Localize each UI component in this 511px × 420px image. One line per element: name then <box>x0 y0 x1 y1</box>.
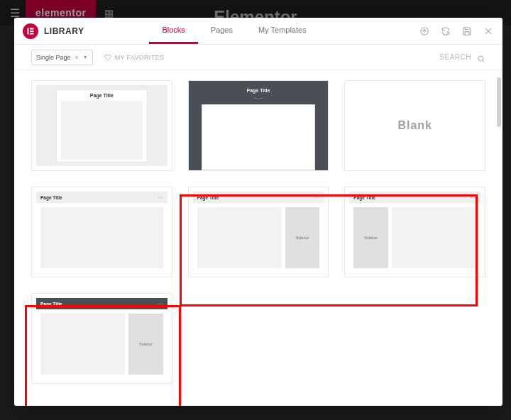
elementor-logo-icon <box>23 23 38 39</box>
template-thumb: Page Title ⋯ Sidebar <box>193 192 324 272</box>
favorites-label: MY FAVORITES <box>115 54 164 61</box>
template-thumb: Page Title ⋯ <box>36 192 167 272</box>
save-icon[interactable] <box>461 26 473 37</box>
sync-icon[interactable] <box>440 26 451 37</box>
template-card[interactable]: PRO Page Title ⋯ Sidebar <box>344 187 485 277</box>
template-card[interactable]: PRO Page Title ⋯ Sidebar <box>188 187 329 277</box>
template-card[interactable]: PRO Page Title — — <box>188 80 329 171</box>
search-icon[interactable] <box>477 53 485 62</box>
svg-point-7 <box>478 56 483 61</box>
template-thumb: Page Title — — <box>189 81 329 170</box>
template-thumb: Page Title <box>36 85 167 166</box>
modal-subheader: Single Page × ▼ MY FAVORITES <box>14 45 502 70</box>
thumb-title: Page Title <box>40 195 62 200</box>
modal-header: LIBRARY Blocks Pages My Templates <box>14 18 502 45</box>
modal-title: LIBRARY <box>44 26 84 36</box>
library-body: PRO Page Title PRO Page Title — — <box>14 70 502 406</box>
tab-blocks[interactable]: Blocks <box>149 18 197 44</box>
template-thumb: Page Title ⋯ Sidebar <box>349 192 480 272</box>
template-card[interactable]: PRO Blank <box>344 80 485 171</box>
sidebar-label: Sidebar <box>139 342 153 346</box>
thumb-title: Page Title <box>197 195 219 200</box>
favorites-toggle[interactable]: MY FAVORITES <box>104 54 164 61</box>
template-grid: PRO Page Title PRO Page Title — — <box>31 80 485 384</box>
thumb-title: Page Title <box>57 90 147 99</box>
thumb-title: Blank <box>397 119 432 132</box>
sidebar-label: Sidebar <box>364 236 378 240</box>
svg-rect-3 <box>30 33 34 34</box>
search-wrap <box>393 53 485 62</box>
scrollbar[interactable] <box>497 77 501 393</box>
template-card[interactable]: PRO Page Title <box>31 80 172 171</box>
tabs: Blocks Pages My Templates <box>149 18 319 44</box>
library-modal: LIBRARY Blocks Pages My Templates Single… <box>14 18 502 406</box>
thumb-title: Page Title <box>189 81 329 97</box>
svg-line-8 <box>483 60 484 62</box>
category-selected: Single Page <box>36 54 71 61</box>
chevron-down-icon: ▼ <box>83 55 88 60</box>
search-input[interactable] <box>393 53 471 61</box>
thumb-title: Page Title <box>353 195 375 200</box>
tab-my-templates[interactable]: My Templates <box>246 18 319 44</box>
svg-rect-2 <box>30 31 34 32</box>
modal-title-group: LIBRARY <box>14 18 92 44</box>
tab-pages[interactable]: Pages <box>198 18 246 44</box>
svg-rect-0 <box>28 28 29 34</box>
close-icon[interactable] <box>483 26 494 37</box>
header-actions <box>419 18 502 44</box>
template-card[interactable]: PRO Page Title ⋯ Sidebar <box>31 293 172 384</box>
svg-rect-1 <box>30 28 34 29</box>
template-card[interactable]: PRO Page Title ⋯ <box>31 187 172 277</box>
clear-category-icon[interactable]: × <box>75 54 79 61</box>
category-select[interactable]: Single Page × ▼ <box>31 50 93 65</box>
thumb-title: Page Title <box>40 302 62 306</box>
template-thumb: Blank <box>349 85 480 166</box>
upload-icon[interactable] <box>419 26 430 37</box>
template-thumb: Page Title ⋯ Sidebar <box>36 298 167 379</box>
sidebar-label: Sidebar <box>296 236 309 240</box>
